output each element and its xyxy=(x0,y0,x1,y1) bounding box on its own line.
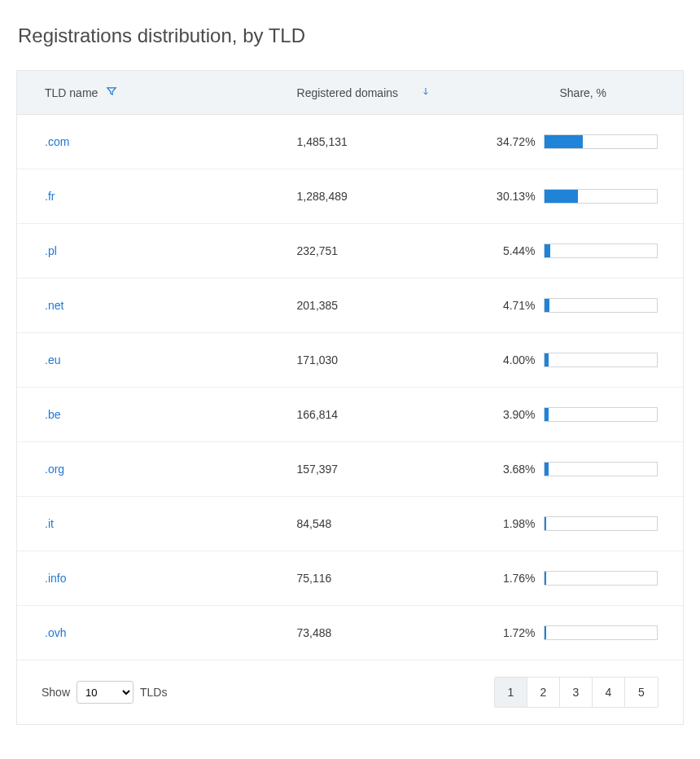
share-percent: 5.44% xyxy=(488,244,536,257)
tlds-label: TLDs xyxy=(140,686,167,699)
share-cell: 4.00% xyxy=(483,353,683,367)
tld-link[interactable]: .it xyxy=(45,517,54,530)
share-percent: 30.13% xyxy=(488,190,536,203)
share-bar xyxy=(544,353,658,367)
share-percent: 4.71% xyxy=(488,299,536,312)
table-row: .info75,1161.76% xyxy=(17,551,683,606)
page-button-5[interactable]: 5 xyxy=(625,678,658,707)
tld-link[interactable]: .com xyxy=(45,135,69,148)
table-row: .net201,3854.71% xyxy=(17,279,683,333)
share-cell: 1.76% xyxy=(483,571,683,586)
table-row: .pl232,7515.44% xyxy=(17,224,683,279)
registered-value: 1,485,131 xyxy=(297,135,483,148)
share-percent: 3.90% xyxy=(488,408,536,421)
share-bar xyxy=(544,243,658,258)
column-header-registered-label: Registered domains xyxy=(297,86,399,99)
registered-value: 84,548 xyxy=(297,517,483,530)
share-percent: 1.98% xyxy=(488,517,536,530)
share-percent: 1.72% xyxy=(488,626,536,639)
share-bar xyxy=(544,571,658,586)
share-bar xyxy=(544,516,658,531)
page-button-3[interactable]: 3 xyxy=(560,678,593,707)
share-cell: 1.98% xyxy=(483,516,683,531)
show-label: Show xyxy=(42,686,70,699)
table-header: TLD name Registered domains Share, % xyxy=(17,71,683,115)
page-button-1[interactable]: 1 xyxy=(495,678,527,707)
filter-icon[interactable] xyxy=(106,86,117,99)
tld-link[interactable]: .be xyxy=(45,408,60,421)
share-percent: 3.68% xyxy=(488,463,536,476)
share-bar-fill xyxy=(545,244,551,257)
tld-link[interactable]: .org xyxy=(45,463,64,476)
share-percent: 4.00% xyxy=(488,353,536,366)
column-header-registered[interactable]: Registered domains xyxy=(297,86,483,99)
share-bar-fill xyxy=(545,408,549,421)
registered-value: 171,030 xyxy=(297,353,483,366)
share-percent: 34.72% xyxy=(488,135,536,148)
column-header-share-label: Share, % xyxy=(559,86,606,99)
tld-link[interactable]: .pl xyxy=(45,244,57,257)
share-bar-fill xyxy=(545,353,549,366)
share-cell: 34.72% xyxy=(483,134,683,149)
share-bar xyxy=(544,625,658,640)
share-bar-fill xyxy=(545,572,546,585)
share-bar xyxy=(544,462,658,476)
share-bar-fill xyxy=(545,517,547,530)
registered-value: 75,116 xyxy=(297,572,483,585)
share-bar-fill xyxy=(545,463,549,476)
tld-link[interactable]: .eu xyxy=(45,353,60,366)
registered-value: 1,288,489 xyxy=(297,190,483,203)
table-footer: Show 10 TLDs 12345 xyxy=(17,660,683,724)
share-bar xyxy=(544,407,658,422)
sort-down-icon[interactable] xyxy=(421,86,431,99)
tld-table: TLD name Registered domains Share, % .co… xyxy=(16,70,684,725)
table-row: .be166,8143.90% xyxy=(17,388,683,442)
tld-link[interactable]: .net xyxy=(45,299,63,312)
share-bar-fill xyxy=(545,190,579,203)
share-cell: 3.90% xyxy=(483,407,683,422)
share-bar xyxy=(544,189,658,204)
table-row: .ovh73,4881.72% xyxy=(17,606,683,660)
column-header-tld-label: TLD name xyxy=(45,86,98,99)
share-bar-fill xyxy=(545,135,584,148)
share-bar-fill xyxy=(545,299,549,312)
share-cell: 4.71% xyxy=(483,298,683,313)
share-cell: 30.13% xyxy=(483,189,683,204)
table-row: .eu171,0304.00% xyxy=(17,333,683,388)
page-size-control: Show 10 TLDs xyxy=(42,681,167,704)
column-header-tld[interactable]: TLD name xyxy=(17,86,297,99)
page-button-4[interactable]: 4 xyxy=(593,678,625,707)
registered-value: 201,385 xyxy=(297,299,483,312)
page-title: Registrations distribution, by TLD xyxy=(18,24,684,47)
share-bar xyxy=(544,298,658,313)
table-row: .fr1,288,48930.13% xyxy=(17,169,683,224)
table-row: .it84,5481.98% xyxy=(17,497,683,551)
share-cell: 3.68% xyxy=(483,462,683,476)
share-bar xyxy=(544,134,658,149)
share-cell: 1.72% xyxy=(483,625,683,640)
registered-value: 157,397 xyxy=(297,463,483,476)
page-size-select[interactable]: 10 xyxy=(77,681,133,704)
page-button-2[interactable]: 2 xyxy=(527,678,560,707)
registered-value: 232,751 xyxy=(297,244,483,257)
tld-link[interactable]: .info xyxy=(45,572,66,585)
table-row: .org157,3973.68% xyxy=(17,442,683,497)
registered-value: 166,814 xyxy=(297,408,483,421)
pagination: 12345 xyxy=(494,677,658,708)
tld-link[interactable]: .fr xyxy=(45,190,55,203)
column-header-share[interactable]: Share, % xyxy=(483,86,683,99)
share-bar-fill xyxy=(545,626,546,639)
registered-value: 73,488 xyxy=(297,626,483,639)
tld-link[interactable]: .ovh xyxy=(45,626,66,639)
share-percent: 1.76% xyxy=(488,572,536,585)
share-cell: 5.44% xyxy=(483,243,683,258)
table-row: .com1,485,13134.72% xyxy=(17,115,683,169)
